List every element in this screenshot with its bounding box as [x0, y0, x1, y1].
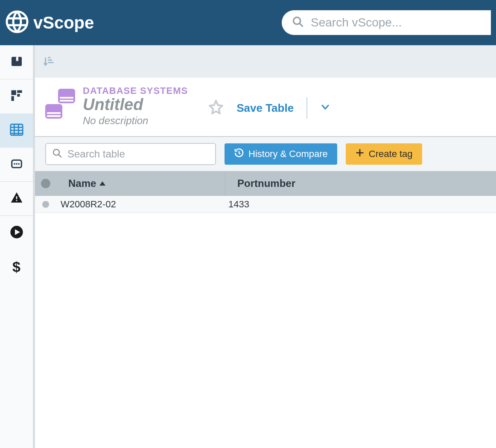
dollar-icon: $ [12, 259, 20, 275]
search-icon [292, 16, 304, 29]
plus-icon [355, 148, 365, 160]
table-actions: History & Compare Create tag [35, 137, 496, 171]
svg-point-0 [7, 12, 27, 32]
create-tag-button[interactable]: Create tag [346, 143, 422, 165]
table-icon [9, 122, 24, 139]
global-search[interactable] [282, 10, 491, 35]
column-header-portnumber-label: Portnumber [237, 177, 295, 189]
sidebar-item-table[interactable] [0, 113, 33, 148]
global-search-input[interactable] [311, 16, 481, 29]
svg-rect-7 [11, 96, 14, 101]
svg-point-17 [18, 163, 20, 165]
save-dropdown-chevron-icon[interactable] [320, 102, 330, 114]
svg-line-26 [58, 154, 61, 157]
message-icon [10, 157, 23, 172]
row-checkbox[interactable] [35, 201, 56, 208]
topbar: vScope [0, 0, 496, 45]
table-header

header: Name Portnumber [35, 171, 496, 196]
page-category: DATABASE SYSTEMS [83, 85, 188, 96]
select-all-checkbox[interactable] [35, 179, 56, 188]
cell-name: W2008R2-02 [56, 199, 225, 210]
svg-rect-6 [17, 94, 20, 96]
empty-area [35, 213, 496, 448]
dashboard-icon [10, 89, 23, 104]
page-header: DATABASE SYSTEMS Untitled No description… [35, 78, 496, 137]
data-table: Name Portnumber W2008R2-02 1433 [35, 171, 496, 213]
svg-point-16 [16, 163, 18, 165]
column-header-name[interactable]: Name [56, 177, 225, 189]
content-toolbar [35, 45, 496, 78]
brand-text: vScope [33, 13, 94, 32]
page-title[interactable]: Untitled [83, 96, 188, 114]
svg-point-15 [14, 163, 15, 165]
table-search[interactable] [45, 143, 216, 165]
column-header-name-label: Name [68, 177, 96, 189]
table-search-input[interactable] [67, 148, 209, 160]
create-tag-label: Create tag [369, 148, 413, 160]
column-header-portnumber[interactable]: Portnumber [225, 171, 391, 196]
sidebar-item-play[interactable] [0, 216, 33, 250]
sort-asc-icon [99, 181, 105, 186]
cell-portnumber: 1433 [225, 199, 391, 210]
table-row[interactable]: W2008R2-02 1433 [35, 196, 496, 213]
sidebar-item-bookmark[interactable] [0, 45, 33, 79]
svg-rect-18 [16, 196, 17, 199]
search-icon [52, 148, 62, 160]
page-description[interactable]: No description [83, 115, 188, 127]
brand-logo[interactable]: vScope [5, 10, 94, 35]
svg-line-2 [300, 23, 303, 26]
svg-rect-5 [17, 90, 22, 93]
sidebar-item-message[interactable] [0, 148, 33, 182]
alert-icon [10, 191, 23, 207]
play-icon [10, 225, 23, 241]
sidebar-item-alert[interactable] [0, 182, 33, 216]
globe-icon [5, 10, 29, 35]
svg-rect-4 [11, 90, 16, 95]
svg-rect-19 [16, 200, 17, 201]
history-compare-button[interactable]: History & Compare [225, 143, 337, 165]
bookmark-book-icon [10, 55, 23, 70]
save-table-button[interactable]: Save Table [236, 102, 294, 115]
sort-indent-icon[interactable] [44, 55, 55, 68]
separator [306, 97, 307, 119]
sidebar-item-dashboard[interactable] [0, 79, 33, 113]
favorite-star-icon[interactable] [208, 99, 224, 116]
history-compare-label: History & Compare [248, 148, 328, 160]
sidebar-item-billing[interactable]: $ [0, 250, 33, 284]
main-content: DATABASE SYSTEMS Untitled No description… [33, 45, 496, 448]
sidebar: $ [0, 45, 33, 448]
database-systems-icon [45, 89, 75, 119]
history-icon [234, 148, 244, 160]
